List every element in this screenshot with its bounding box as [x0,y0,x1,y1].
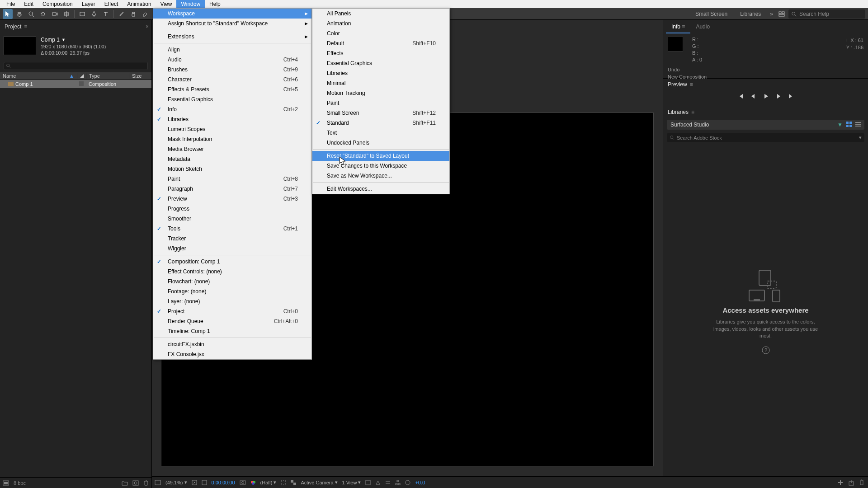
menu-layer[interactable]: Layer [77,0,100,8]
zoom-tool[interactable] [26,9,36,19]
rotation-tool[interactable] [38,9,48,19]
import-icon[interactable] [848,479,854,486]
prev-frame-icon[interactable] [750,93,756,99]
menu-item[interactable]: Wiggler [153,244,311,253]
toggle-mask-icon[interactable] [202,480,207,485]
transparency-grid-icon[interactable] [291,480,296,485]
first-frame-icon[interactable] [737,93,744,99]
menu-item[interactable]: DefaultShift+F10 [312,38,449,48]
timeline-icon[interactable] [385,480,391,485]
column-size[interactable]: Size [129,73,151,79]
bpc-toggle[interactable]: 8 bpc [14,480,26,486]
libraries-tab[interactable]: Libraries ≡ [663,106,868,118]
comp-flowchart-icon[interactable] [395,480,401,485]
last-frame-icon[interactable] [788,93,794,99]
menu-item[interactable]: PaintCtrl+8 [153,174,311,184]
active-camera-dropdown[interactable]: Active Camera ▾ [301,479,337,485]
resolution-down-icon[interactable] [192,480,197,485]
fast-previews-icon[interactable] [375,480,381,485]
next-frame-icon[interactable] [775,93,782,99]
view-count-dropdown[interactable]: 1 View ▾ [342,479,361,485]
menu-item[interactable]: Small ScreenShift+F12 [312,108,449,118]
menu-item[interactable]: FX Console.jsx [153,349,311,359]
menu-item[interactable]: Layer: (none) [153,296,311,306]
menu-item[interactable]: Motion Tracking [312,88,449,98]
menu-item[interactable]: Progress [153,204,311,214]
grid-icon[interactable] [155,480,161,485]
preview-tab[interactable]: Preview ≡ [663,79,868,90]
menu-item[interactable]: Lumetri Scopes [153,124,311,134]
menu-item[interactable]: ✓ToolsCtrl+1 [153,224,311,234]
menu-item[interactable]: Paint [312,98,449,108]
menu-item[interactable]: Flowchart: (none) [153,277,311,286]
audio-tab[interactable]: Audio [690,21,715,33]
region-of-interest-icon[interactable] [281,480,286,485]
menu-view[interactable]: View [156,0,177,8]
menu-item[interactable]: Effects & PresetsCtrl+5 [153,84,311,94]
grid-view-icon[interactable] [846,122,852,128]
pan-behind-tool[interactable] [61,9,71,19]
menu-item[interactable]: CharacterCtrl+6 [153,75,311,84]
menu-item[interactable]: Tracker [153,234,311,244]
pen-tool[interactable] [89,9,99,19]
menu-animation[interactable]: Animation [123,0,156,8]
menu-item[interactable]: Libraries [312,68,449,78]
menu-item[interactable]: ParagraphCtrl+7 [153,184,311,194]
menu-item[interactable]: Metadata [153,154,311,164]
project-search-input[interactable] [4,62,148,70]
menu-item[interactable]: Color [312,28,449,38]
eraser-tool[interactable] [140,9,150,19]
snapshot-icon[interactable] [240,480,246,485]
menu-item[interactable]: Assign Shortcut to "Standard" Workspace▶ [153,19,311,28]
add-icon[interactable] [837,479,844,486]
info-tab[interactable]: Info ≡ [666,21,690,33]
menu-item[interactable]: Animation [312,19,449,28]
trash-icon[interactable] [143,480,149,486]
menu-edit[interactable]: Edit [19,0,38,8]
help-icon[interactable]: ? [762,346,770,354]
menu-item[interactable]: Footage: (none) [153,286,311,296]
current-timecode[interactable]: 0:00:00:00 [212,480,235,485]
type-tool[interactable] [101,9,111,19]
rectangle-tool[interactable] [77,9,87,19]
table-row[interactable]: Comp 1 Composition [0,80,151,88]
menu-item[interactable]: BrushesCtrl+9 [153,65,311,75]
menu-item[interactable]: Reset "Standard" to Saved Layout [312,151,449,161]
menu-item[interactable]: All Panels [312,9,449,19]
menu-item[interactable]: Media Browser [153,144,311,154]
column-type[interactable]: Type [86,73,129,79]
new-comp-icon[interactable] [132,480,139,486]
menu-item[interactable]: Workspace▶ [153,9,311,19]
search-help-input[interactable]: Search Help [788,9,865,19]
menu-item[interactable]: Smoother [153,214,311,224]
menu-item[interactable]: ✓PreviewCtrl+3 [153,194,311,204]
menu-item[interactable]: Edit Workspaces... [312,184,449,194]
menu-item[interactable]: Text [312,128,449,138]
channels-icon[interactable] [250,480,256,485]
menu-help[interactable]: Help [205,0,225,8]
menu-item[interactable]: Align [153,45,311,55]
menu-effect[interactable]: Effect [100,0,123,8]
project-tab[interactable]: Project≡× [0,21,151,33]
menu-item[interactable]: Extensions▶ [153,32,311,42]
label-color-swatch[interactable] [79,81,84,86]
resolution-dropdown[interactable]: (Half) ▾ [260,479,277,485]
list-view-icon[interactable] [855,122,861,128]
menu-item[interactable]: ✓ProjectCtrl+0 [153,306,311,316]
menu-item[interactable]: ✓Libraries [153,114,311,124]
menu-composition[interactable]: Composition [38,0,77,8]
menu-item[interactable]: Essential Graphics [312,58,449,68]
column-name[interactable]: Name ▲ [0,73,77,79]
menu-item[interactable]: circuitFX.jsxbin [153,339,311,349]
menu-item[interactable]: ✓InfoCtrl+2 [153,104,311,114]
workspace-overflow-icon[interactable]: » [768,11,775,17]
menu-item[interactable]: Save Changes to this Workspace [312,161,449,171]
menu-item[interactable]: Render QueueCtrl+Alt+0 [153,316,311,326]
interpret-footage-icon[interactable] [3,480,9,486]
menu-item[interactable]: Effects [312,48,449,58]
menu-item[interactable]: Effect Controls: (none) [153,267,311,277]
new-folder-icon[interactable] [122,480,128,486]
trash-icon[interactable] [859,479,864,486]
menu-item[interactable]: AudioCtrl+4 [153,55,311,65]
clone-stamp-tool[interactable] [128,9,138,19]
